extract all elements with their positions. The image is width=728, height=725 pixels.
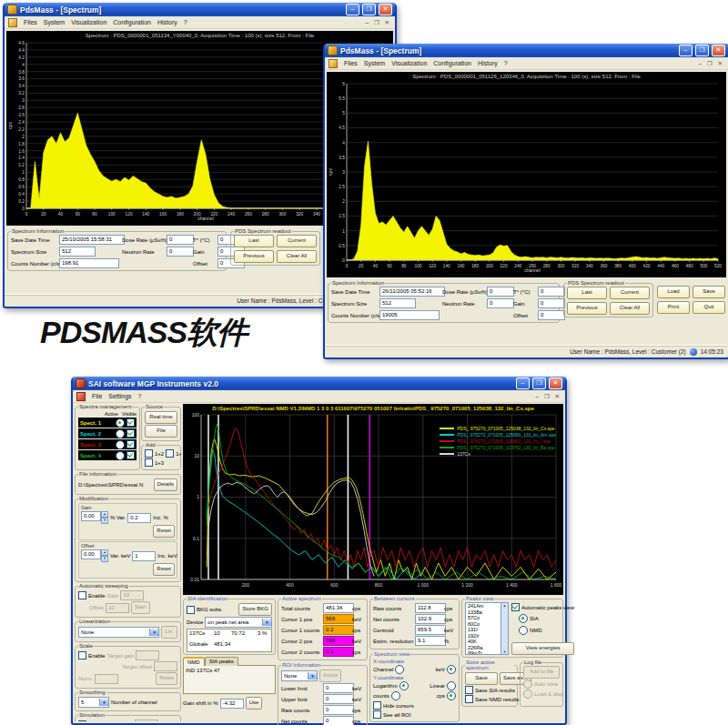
gain-shift-field[interactable]: -4.32 [220, 699, 244, 709]
spectrum-3-visible-checkbox[interactable] [126, 440, 135, 448]
previous-button[interactable]: Previous [567, 302, 607, 315]
real-time-button[interactable]: Real time [145, 411, 177, 424]
spectrum-row-4[interactable]: Spect. 4 [78, 450, 136, 460]
multi-spectrum-plot[interactable]: D:\Spectres\SPRD\essai NMD V1.3\NMD 1 3 … [183, 404, 563, 595]
clear-all-button[interactable]: Clear All [277, 250, 317, 263]
roi-select[interactable]: None▼ [281, 670, 318, 681]
roi-lower-limit-field[interactable]: 0 [323, 683, 354, 693]
spectrum-1-active-radio[interactable] [116, 418, 125, 428]
previous-button[interactable]: Previous [234, 250, 274, 263]
menu-visualization[interactable]: Visualization [391, 60, 427, 66]
spectrum-2-active-radio[interactable] [116, 429, 125, 438]
save-date-field[interactable]: 26/11/2005 05:52:16 [379, 287, 445, 297]
peaks-list-item[interactable]: 99mTc [466, 650, 501, 655]
neutron-rate-field[interactable]: 0 [167, 247, 194, 257]
neutron-rate-field[interactable]: 0 [487, 298, 514, 308]
device-select[interactable]: on peak net area▼ [205, 617, 272, 628]
quit-button[interactable]: Quit [693, 301, 725, 314]
minimize-button[interactable]: – [516, 378, 530, 389]
menu-settings[interactable]: Settings [108, 393, 131, 399]
spectrum-size-field[interactable]: 512 [59, 247, 96, 257]
offset-field[interactable]: 0 [538, 310, 565, 320]
menu-visualization[interactable]: Visualization [71, 19, 106, 25]
menu-files[interactable]: Files [24, 19, 37, 25]
peaks-list-scrollbar[interactable]: ▲▼ [500, 603, 508, 654]
y-counts-radio[interactable] [391, 691, 400, 700]
details-button[interactable]: Details [154, 478, 177, 491]
spectrum-4-active-radio[interactable] [116, 451, 125, 460]
spectrum-row-1[interactable]: Spect. 1 [78, 418, 136, 428]
spectrum-row-3[interactable]: Spect. 3 [78, 439, 136, 449]
titlebar[interactable]: PdsMass - [Spectrum] – ❐ ✕ [325, 44, 728, 57]
gain-field[interactable]: 0 [538, 298, 565, 308]
bkg-subs-checkbox[interactable] [187, 606, 195, 614]
see-all-roi-checkbox[interactable] [373, 710, 381, 719]
hide-cursors-checkbox[interactable] [373, 701, 381, 710]
y-cps-radio[interactable] [447, 691, 456, 700]
restore-button[interactable]: ❐ [532, 378, 546, 389]
menu-files[interactable]: Files [344, 60, 358, 66]
titlebar[interactable]: SAI software MGP Instruments v2.0 – ❐ ✕ [73, 377, 565, 390]
simulation-enable-checkbox[interactable] [78, 720, 86, 721]
menu-help[interactable]: ? [184, 19, 187, 25]
menu-system[interactable]: System [364, 60, 385, 66]
spectrum-2-visible-checkbox[interactable] [126, 429, 135, 438]
save-spectrum-button[interactable]: Save [465, 672, 498, 685]
minimize-button[interactable]: – [346, 4, 359, 15]
current-button[interactable]: Current [277, 235, 317, 247]
spectrum-3-active-radio[interactable] [116, 440, 125, 449]
smoothing-select[interactable]: 5▼ [78, 697, 109, 708]
peaks-listbox[interactable]: 241Am133Ba57Co60Co131I192Ir40K226Ra99mTc… [465, 602, 509, 655]
save-button[interactable]: Save [693, 286, 725, 298]
gain-reset-button[interactable]: Reset [153, 525, 175, 538]
mdi-controls[interactable]: – ❐ ✕ [535, 393, 561, 400]
menu-system[interactable]: System [44, 19, 65, 25]
spectrum-1-visible-checkbox[interactable] [126, 418, 135, 427]
sweeping-enable-checkbox[interactable] [78, 591, 86, 599]
gain-increment-field[interactable]: 0.2 [127, 513, 151, 523]
x-kev-radio[interactable] [447, 665, 456, 674]
dose-rate-field[interactable]: 0 [167, 235, 194, 245]
x-channel-radio[interactable] [395, 665, 404, 674]
store-bkg-button[interactable]: Store BKG [238, 603, 272, 616]
add-1plus4-checkbox[interactable] [166, 449, 174, 458]
close-button[interactable]: ✕ [549, 378, 562, 389]
menu-configuration[interactable]: Configuration [433, 60, 471, 66]
offset-reset-button[interactable]: Reset [153, 563, 175, 576]
menu-history[interactable]: History [157, 19, 177, 25]
tab-sia-peaks[interactable]: SIA peaks [205, 657, 238, 666]
menu-help[interactable]: ? [504, 60, 508, 66]
offset-stepper[interactable]: 0.00▲▼ [81, 549, 108, 562]
file-button[interactable]: File [145, 425, 177, 438]
save-nmd-results-checkbox[interactable] [465, 695, 473, 703]
close-button[interactable]: ✕ [379, 4, 392, 15]
linearization-select[interactable]: None▼ [78, 627, 159, 638]
last-button[interactable]: Last [234, 235, 274, 247]
counts-number-field[interactable]: 198.91 [59, 258, 119, 268]
minimize-button[interactable]: – [679, 45, 693, 56]
offset-increment-field[interactable]: 1 [132, 551, 156, 561]
scale-enable-checkbox[interactable] [78, 651, 86, 660]
spectrum-4-visible-checkbox[interactable] [126, 451, 135, 459]
automatic-peaks-view-checkbox[interactable] [511, 603, 520, 611]
menu-file[interactable]: File [92, 393, 102, 399]
titlebar[interactable]: PdsMass - [Spectrum] – ❐ ✕ [5, 3, 395, 16]
print-button[interactable]: Print [657, 301, 690, 314]
menu-help[interactable]: ? [138, 393, 142, 399]
restore-button[interactable]: ❐ [362, 4, 376, 15]
spectrum-row-2[interactable]: Spect. 2 [78, 428, 136, 438]
mdi-controls[interactable]: – ❐ ✕ [698, 60, 724, 67]
gain-stepper[interactable]: 0.00▲▼ [81, 511, 108, 524]
restore-button[interactable]: ❐ [695, 45, 709, 56]
close-button[interactable]: ✕ [712, 45, 725, 56]
clear-all-button[interactable]: Clear All [610, 302, 650, 315]
y-linear-radio[interactable] [447, 681, 456, 690]
mdi-controls[interactable]: – ❐ ✕ [365, 19, 391, 26]
use-button[interactable]: Use [246, 697, 263, 710]
load-button[interactable]: Load [657, 286, 690, 298]
temp-field[interactable]: 0 [538, 287, 565, 297]
last-button[interactable]: Last [567, 287, 607, 299]
sia-radio[interactable] [519, 614, 528, 623]
view-energies-button[interactable]: View energies [511, 642, 574, 655]
current-button[interactable]: Current [610, 287, 650, 299]
